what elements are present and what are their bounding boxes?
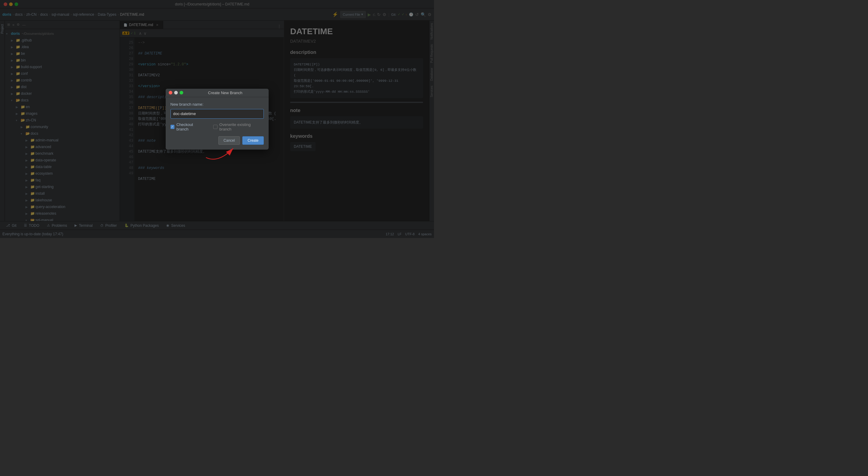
modal-maximize-button[interactable] — [180, 91, 183, 94]
modal-close-button[interactable] — [169, 91, 172, 94]
modal-actions: Cancel Create — [170, 136, 264, 145]
cancel-button[interactable]: Cancel — [218, 136, 240, 145]
modal-overlay: Create New Branch New branch name: ✓ Che… — [0, 0, 434, 238]
modal-options: ✓ Checkout branch Overwrite existing bra… — [170, 122, 264, 131]
modal-titlebar: Create New Branch — [166, 89, 269, 97]
branch-name-input[interactable] — [170, 109, 264, 119]
modal-body: New branch name: ✓ Checkout branch Overw… — [166, 97, 269, 150]
create-branch-modal: Create New Branch New branch name: ✓ Che… — [166, 89, 269, 150]
modal-minimize-button[interactable] — [174, 91, 178, 94]
modal-branch-label: New branch name: — [170, 102, 264, 106]
overwrite-branch-option[interactable]: Overwrite existing branch — [213, 122, 264, 131]
create-button[interactable]: Create — [242, 136, 264, 145]
modal-title: Create New Branch — [185, 91, 266, 95]
checkout-checkbox[interactable]: ✓ — [170, 125, 175, 129]
checkout-branch-option[interactable]: ✓ Checkout branch — [170, 122, 206, 131]
overwrite-checkbox[interactable] — [213, 125, 217, 129]
